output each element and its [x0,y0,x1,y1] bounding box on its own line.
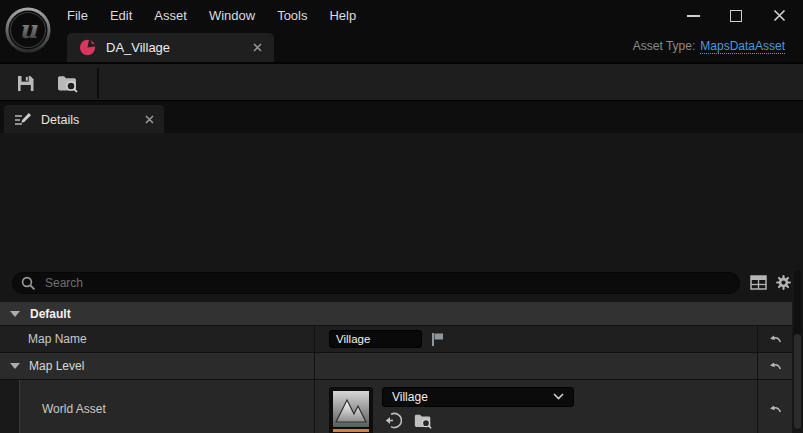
asset-type-label: Asset Type: [633,39,695,53]
reset-arrow-icon [768,333,782,345]
category-default[interactable]: Default [0,302,792,326]
reset-world-asset-button[interactable] [757,380,792,433]
menu-asset[interactable]: Asset [143,8,198,23]
asset-tab-row: DA_Village Asset Type: MapsDataAsset [0,31,803,62]
reset-map-level-button[interactable] [757,353,792,379]
world-asset-dropdown-value: Village [392,390,428,404]
tab-title: DA_Village [106,40,170,55]
scrollbar-thumb[interactable] [794,334,801,429]
category-map-level-label: Map Level [29,359,84,373]
browse-folder-icon [413,412,433,430]
world-asset-dropdown[interactable]: Village [382,387,574,407]
menu-edit[interactable]: Edit [99,8,143,23]
title-bar: File Edit Asset Window Tools Help [0,0,803,31]
asset-type-link[interactable]: MapsDataAsset [700,39,785,54]
category-default-label: Default [30,307,71,321]
map-name-label: Map Name [28,332,87,346]
property-rows: Default Map Name [0,302,792,433]
details-icon [14,112,32,128]
map-name-field[interactable] [329,330,422,348]
use-selected-asset-button[interactable] [385,412,402,429]
close-window-icon[interactable] [771,8,787,24]
toolbar-separator [97,68,99,98]
browse-to-asset-button[interactable] [50,68,84,98]
reset-map-name-button[interactable] [757,326,792,352]
display-filter-table-icon[interactable] [750,275,767,290]
settings-gear-icon[interactable] [775,274,792,291]
details-tab-close-icon[interactable] [145,115,154,124]
tab-close-icon[interactable] [253,43,262,52]
unreal-engine-logo-icon: u [5,7,51,53]
details-panel-strip: Details [0,100,803,133]
tab-da-village[interactable]: DA_Village [67,33,274,62]
menu-bar: File Edit Asset Window Tools Help [56,0,367,31]
menu-window[interactable]: Window [198,8,266,23]
save-icon [15,73,36,94]
row-world-asset: World Asset [0,380,792,433]
world-asset-thumbnail[interactable] [329,387,373,433]
search-input[interactable] [12,272,740,294]
browse-folder-icon [56,73,79,94]
world-asset-label: World Asset [42,402,106,416]
browse-to-asset-button[interactable] [413,412,433,430]
details-tab-label: Details [41,113,79,127]
chevron-down-icon [553,393,564,400]
minimize-icon[interactable] [685,8,701,24]
menu-tools[interactable]: Tools [266,8,318,23]
chevron-down-icon[interactable] [10,311,20,317]
flag-icon [431,332,444,347]
save-button[interactable] [8,68,42,98]
svg-text:u: u [19,15,38,44]
row-map-name: Map Name [0,326,792,353]
menu-help[interactable]: Help [318,8,367,23]
asset-toolbar [0,62,803,100]
window-controls [685,0,787,31]
category-map-level[interactable]: Map Level [0,353,792,380]
chevron-down-icon[interactable] [10,363,20,369]
tab-details[interactable]: Details [4,105,164,134]
level-mountains-icon [333,391,369,427]
data-asset-icon [79,39,96,56]
maximize-icon[interactable] [728,8,744,24]
asset-color-bar [333,429,369,432]
reset-arrow-icon [768,403,782,415]
unreal-data-asset-editor-window: File Edit Asset Window Tools Help u [0,0,803,433]
vertical-scrollbar [794,270,801,430]
details-panel-body: Default Map Name [0,133,803,433]
indent-guide [0,380,20,433]
menu-file[interactable]: File [56,8,99,23]
asset-type: Asset Type: MapsDataAsset [633,39,785,54]
search-icon [21,276,36,295]
reset-arrow-icon [768,360,782,372]
